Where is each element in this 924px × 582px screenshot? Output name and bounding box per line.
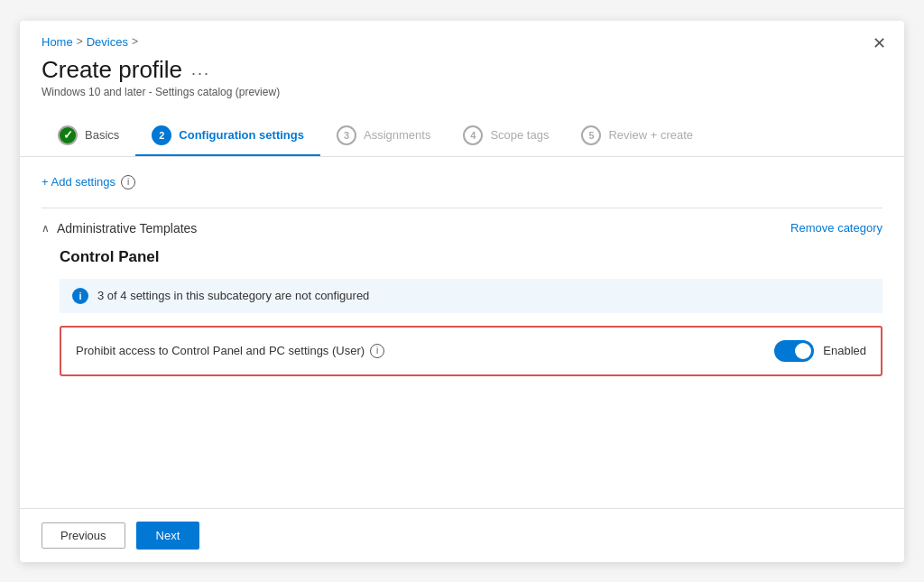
panel-content: + Add settings i ∧ Administrative Templa…	[20, 157, 904, 508]
create-profile-panel: Home > Devices > Create profile ... Wind…	[20, 21, 904, 562]
tab-assignments[interactable]: 3 Assignments	[320, 116, 447, 156]
tab-configuration[interactable]: 2 Configuration settings	[135, 116, 320, 156]
setting-row: Prohibit access to Control Panel and PC …	[60, 326, 882, 376]
tab-assignments-circle: 3	[337, 125, 356, 145]
tab-assignments-label: Assignments	[364, 128, 430, 142]
info-banner-text: 3 of 4 settings in this subcategory are …	[97, 289, 369, 302]
setting-label-text: Prohibit access to Control Panel and PC …	[76, 344, 365, 357]
add-settings-label: + Add settings	[42, 175, 116, 189]
previous-button[interactable]: Previous	[42, 522, 125, 549]
panel-subtitle: Windows 10 and later - Settings catalog …	[42, 86, 882, 98]
section-header-left: ∧ Administrative Templates	[42, 221, 197, 236]
tab-review-label: Review + create	[608, 128, 693, 142]
breadcrumb-sep2: >	[132, 35, 138, 48]
panel-footer: Previous Next	[20, 508, 904, 562]
tab-bar: ✓ Basics 2 Configuration settings 3 Assi…	[20, 116, 904, 157]
breadcrumb-devices[interactable]: Devices	[87, 35, 128, 49]
breadcrumb-home[interactable]: Home	[42, 35, 73, 49]
title-row: Create profile ...	[42, 56, 882, 84]
tab-review[interactable]: 5 Review + create	[565, 116, 709, 156]
close-button[interactable]: ✕	[873, 35, 886, 51]
add-settings-link[interactable]: + Add settings i	[42, 175, 882, 189]
tab-scope[interactable]: 4 Scope tags	[447, 116, 565, 156]
category-label: Administrative Templates	[57, 221, 197, 236]
setting-label: Prohibit access to Control Panel and PC …	[76, 344, 384, 358]
title-more-button[interactable]: ...	[191, 60, 210, 79]
section-header: ∧ Administrative Templates Remove catego…	[42, 208, 882, 248]
tab-scope-label: Scope tags	[490, 128, 549, 142]
toggle-state-label: Enabled	[823, 344, 866, 357]
setting-control: Enabled	[774, 340, 866, 362]
remove-category-button[interactable]: Remove category	[790, 221, 882, 235]
toggle-track[interactable]	[774, 340, 814, 362]
tab-scope-circle: 4	[463, 125, 483, 145]
tab-configuration-circle: 2	[152, 125, 171, 145]
tab-basics-circle: ✓	[58, 125, 78, 145]
section-chevron-icon[interactable]: ∧	[42, 222, 50, 235]
add-settings-info-icon: i	[121, 175, 135, 189]
toggle-thumb	[795, 343, 811, 359]
breadcrumb: Home > Devices >	[42, 35, 882, 49]
page-title: Create profile	[42, 56, 182, 84]
panel-header: Home > Devices > Create profile ... Wind…	[20, 21, 904, 113]
tab-review-circle: 5	[581, 125, 601, 145]
tab-basics[interactable]: ✓ Basics	[42, 116, 135, 156]
next-button[interactable]: Next	[136, 522, 200, 550]
info-banner-icon: i	[72, 288, 88, 304]
info-banner: i 3 of 4 settings in this subcategory ar…	[60, 279, 882, 313]
tab-configuration-label: Configuration settings	[179, 128, 304, 142]
subsection-title: Control Panel	[42, 248, 882, 266]
setting-info-icon: i	[370, 344, 384, 358]
breadcrumb-sep1: >	[77, 35, 83, 48]
tab-basics-label: Basics	[85, 128, 119, 142]
toggle[interactable]	[774, 340, 814, 362]
admin-templates-section: ∧ Administrative Templates Remove catego…	[42, 208, 882, 376]
